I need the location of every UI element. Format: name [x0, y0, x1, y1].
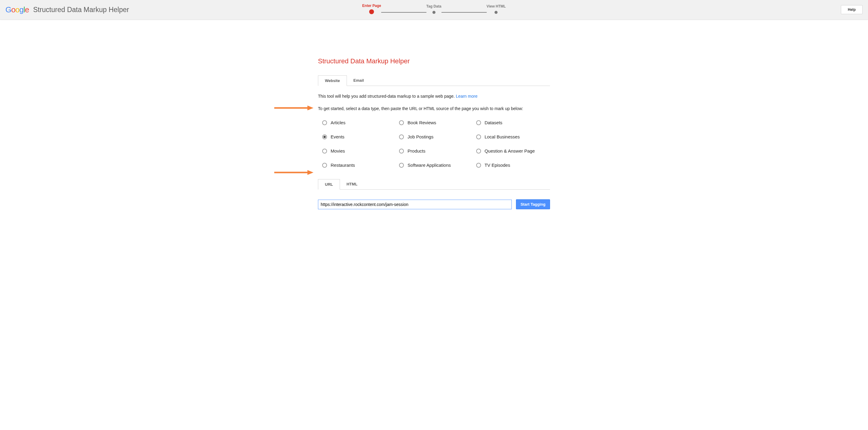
radio-item[interactable]: Events — [322, 134, 396, 139]
data-type-grid: ArticlesBook ReviewsDatasetsEventsJob Po… — [318, 120, 550, 168]
radio-icon — [322, 149, 327, 153]
step-connector — [381, 12, 427, 13]
radio-icon — [399, 163, 404, 168]
radio-label: Datasets — [485, 120, 502, 125]
tab-email[interactable]: Email — [347, 76, 371, 86]
radio-label: Restaurants — [331, 163, 355, 168]
radio-item[interactable]: Book Reviews — [399, 120, 473, 125]
step-enter-page: Enter Page — [362, 4, 381, 14]
radio-label: Software Applications — [407, 163, 451, 168]
radio-label: TV Episodes — [485, 163, 510, 168]
radio-icon — [476, 163, 481, 168]
radio-icon — [399, 135, 404, 139]
intro-text: This tool will help you add structured-d… — [318, 93, 550, 99]
tab-html[interactable]: HTML — [340, 179, 364, 190]
start-tagging-button[interactable]: Start Tagging — [516, 199, 550, 209]
radio-label: Articles — [331, 120, 345, 125]
radio-label: Local Businesses — [485, 134, 520, 139]
logo-wrap: Google Structured Data Markup Helper — [5, 5, 129, 15]
radio-item[interactable]: Local Businesses — [476, 134, 550, 139]
radio-icon — [399, 120, 404, 125]
instructions-text: To get started, select a data type, then… — [318, 106, 550, 111]
radio-item[interactable]: Software Applications — [399, 163, 473, 168]
tab-url[interactable]: URL — [318, 179, 340, 190]
annotation-arrow-icon — [274, 169, 313, 177]
radio-icon — [476, 120, 481, 125]
svg-marker-1 — [307, 106, 313, 110]
app-header: Google Structured Data Markup Helper Ent… — [0, 0, 868, 20]
step-connector — [441, 12, 487, 13]
step-view-html: View HTML — [487, 4, 506, 14]
step-dot-icon — [369, 9, 374, 14]
url-row: Start Tagging — [318, 199, 550, 209]
radio-label: Job Postings — [407, 134, 433, 139]
content-type-tabs: Website Email — [318, 76, 550, 86]
url-input[interactable] — [318, 200, 512, 209]
svg-marker-3 — [307, 170, 313, 175]
radio-item[interactable]: Question & Answer Page — [476, 148, 550, 153]
learn-more-link[interactable]: Learn more — [456, 94, 478, 98]
radio-label: Question & Answer Page — [485, 148, 535, 153]
main-content: Structured Data Markup Helper Website Em… — [318, 20, 550, 209]
radio-item[interactable]: Movies — [322, 148, 396, 153]
radio-icon — [322, 163, 327, 168]
radio-item[interactable]: Job Postings — [399, 134, 473, 139]
radio-icon — [399, 149, 404, 153]
radio-icon — [322, 135, 327, 139]
tab-website[interactable]: Website — [318, 76, 347, 86]
radio-icon — [476, 149, 481, 153]
step-dot-icon — [432, 11, 435, 14]
radio-item[interactable]: Restaurants — [322, 163, 396, 168]
step-tag-data: Tag Data — [427, 4, 441, 14]
radio-item[interactable]: Products — [399, 148, 473, 153]
help-button[interactable]: Help — [841, 5, 863, 14]
radio-item[interactable]: Articles — [322, 120, 396, 125]
radio-label: Events — [331, 134, 344, 139]
step-dot-icon — [495, 11, 498, 14]
page-title: Structured Data Markup Helper — [318, 57, 550, 65]
radio-icon — [476, 135, 481, 139]
annotation-arrow-icon — [274, 105, 313, 112]
radio-item[interactable]: TV Episodes — [476, 163, 550, 168]
radio-label: Book Reviews — [407, 120, 436, 125]
google-logo: Google — [5, 5, 29, 15]
radio-label: Movies — [331, 148, 345, 153]
radio-item[interactable]: Datasets — [476, 120, 550, 125]
radio-icon — [322, 120, 327, 125]
app-title: Structured Data Markup Helper — [33, 6, 129, 14]
progress-steps: Enter Page Tag Data View HTML — [362, 4, 506, 14]
radio-label: Products — [407, 148, 425, 153]
source-type-tabs: URL HTML — [318, 179, 550, 190]
